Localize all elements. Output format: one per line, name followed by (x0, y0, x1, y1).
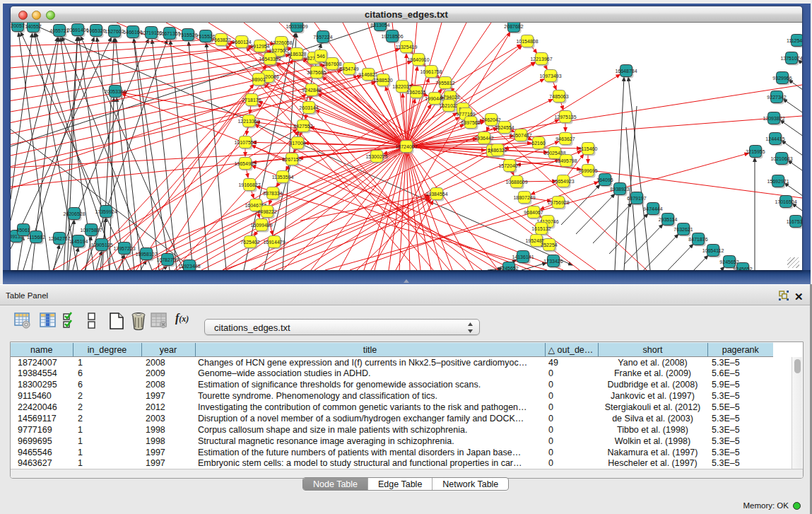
svg-text:2718176: 2718176 (242, 98, 261, 103)
svg-text:20206528: 20206528 (63, 211, 85, 216)
svg-text:1615132: 1615132 (531, 226, 551, 231)
svg-text:140557: 140557 (25, 24, 41, 29)
svg-text:45061: 45061 (16, 228, 30, 233)
svg-text:6897568: 6897568 (461, 120, 480, 125)
svg-text:9684067: 9684067 (524, 210, 543, 215)
svg-text:10507487: 10507487 (510, 133, 531, 138)
svg-text:19384554: 19384554 (425, 192, 447, 197)
svg-text:1527602: 1527602 (105, 29, 124, 34)
svg-text:8912954: 8912954 (250, 44, 269, 49)
svg-text:252254: 252254 (541, 243, 557, 247)
svg-text:10654112: 10654112 (702, 248, 724, 253)
svg-text:18640910: 18640910 (407, 57, 429, 62)
svg-text:9227342: 9227342 (767, 95, 786, 100)
svg-text:18724007: 18724007 (395, 144, 417, 149)
svg-text:10107553: 10107553 (234, 140, 256, 145)
svg-text:1822037: 1822037 (392, 84, 411, 89)
svg-text:1362635: 1362635 (406, 90, 425, 95)
svg-text:15720407: 15720407 (498, 163, 520, 168)
svg-text:9463627: 9463627 (555, 136, 575, 141)
svg-text:7632621: 7632621 (673, 227, 693, 232)
svg-text:12213369: 12213369 (237, 119, 259, 124)
svg-text:98901: 98901 (252, 77, 266, 82)
svg-text:16914479: 16914479 (263, 240, 285, 245)
svg-text:8878334: 8878334 (263, 191, 282, 196)
svg-text:9474444: 9474444 (643, 206, 662, 211)
svg-text:9242848: 9242848 (302, 88, 321, 93)
svg-text:3215955: 3215955 (746, 149, 765, 154)
svg-text:8471876: 8471876 (688, 237, 707, 242)
svg-text:164095: 164095 (596, 177, 613, 182)
svg-text:15300275: 15300275 (365, 154, 387, 159)
svg-text:10975887: 10975887 (80, 228, 102, 233)
svg-text:16671355: 16671355 (158, 31, 180, 36)
svg-text:8938923: 8938923 (610, 187, 629, 192)
svg-text:12942757: 12942757 (48, 236, 70, 241)
svg-text:1145194: 1145194 (69, 239, 88, 244)
svg-text:19166827: 19166827 (238, 182, 260, 187)
svg-text:15654923: 15654923 (552, 179, 574, 184)
svg-text:8427552: 8427552 (293, 124, 312, 129)
svg-text:3875685: 3875685 (307, 70, 326, 75)
svg-text:12905135: 12905135 (90, 243, 112, 247)
svg-text:10973493: 10973493 (539, 74, 561, 78)
svg-text:11325419: 11325419 (396, 45, 418, 49)
svg-text:2936442: 2936442 (474, 136, 493, 141)
svg-text:2087682: 2087682 (504, 24, 523, 29)
svg-text:13495798: 13495798 (555, 158, 577, 163)
svg-text:16099489: 16099489 (250, 223, 272, 228)
svg-text:8454749: 8454749 (339, 66, 358, 71)
svg-text:14136141: 14136141 (512, 255, 534, 259)
svg-text:7955812: 7955812 (435, 81, 454, 86)
svg-text:12975135: 12975135 (554, 115, 576, 119)
svg-text:16782759: 16782759 (156, 257, 178, 262)
svg-text:1621022: 1621022 (439, 103, 458, 108)
svg-text:7557224: 7557224 (313, 35, 332, 40)
svg-text:12213967: 12213967 (530, 57, 552, 62)
svg-text:1167533: 1167533 (787, 219, 802, 224)
svg-text:10210643: 10210643 (770, 156, 792, 161)
svg-text:3624554: 3624554 (495, 125, 514, 130)
svg-text:1588520: 1588520 (373, 78, 392, 83)
svg-text:8660124: 8660124 (232, 40, 251, 45)
svg-text:7515526: 7515526 (178, 33, 197, 37)
svg-text:1115682: 1115682 (27, 235, 45, 240)
svg-text:16033809: 16033809 (286, 24, 307, 29)
svg-text:6879197: 6879197 (627, 196, 646, 201)
svg-text:1733426: 1733426 (543, 259, 563, 264)
svg-text:2867608: 2867608 (322, 62, 341, 66)
svg-text:18807249: 18807249 (513, 195, 535, 200)
svg-text:9699695: 9699695 (578, 168, 597, 173)
svg-text:20691406: 20691406 (66, 28, 88, 33)
svg-text:8267150: 8267150 (282, 157, 301, 162)
svg-text:10958107: 10958107 (135, 252, 157, 257)
svg-text:20053346: 20053346 (104, 89, 126, 94)
svg-text:1244415: 1244415 (765, 136, 784, 141)
svg-text:9115460: 9115460 (579, 146, 598, 151)
svg-text:6794028: 6794028 (440, 95, 459, 100)
svg-text:7485063: 7485063 (549, 94, 568, 99)
svg-text:1065326: 1065326 (86, 28, 105, 33)
svg-text:11125419: 11125419 (787, 38, 802, 43)
svg-text:19218506: 19218506 (381, 34, 403, 39)
svg-text:16543392: 16543392 (259, 57, 281, 62)
svg-text:9327500: 9327500 (269, 48, 288, 53)
svg-text:7625402: 7625402 (240, 240, 259, 245)
svg-text:9329966: 9329966 (772, 76, 792, 81)
svg-text:12923448: 12923448 (178, 264, 200, 269)
svg-text:19756928: 19756928 (547, 200, 569, 205)
svg-text:16961758: 16961758 (420, 69, 442, 74)
svg-text:7663822: 7663822 (211, 37, 230, 42)
svg-text:8813054: 8813054 (370, 23, 389, 28)
svg-text:16648784: 16648784 (615, 69, 637, 74)
svg-text:17359924: 17359924 (95, 209, 117, 214)
svg-text:20057: 20057 (11, 23, 25, 28)
svg-text:9146821: 9146821 (358, 72, 377, 77)
svg-text:7462042: 7462042 (481, 117, 500, 122)
svg-text:13751074: 13751074 (780, 56, 802, 61)
svg-text:19654985: 19654985 (234, 161, 256, 166)
svg-text:9777169: 9777169 (456, 112, 475, 117)
svg-text:17016504: 17016504 (775, 199, 796, 204)
svg-text:9245652: 9245652 (499, 266, 518, 271)
svg-text:2603144: 2603144 (299, 105, 318, 110)
